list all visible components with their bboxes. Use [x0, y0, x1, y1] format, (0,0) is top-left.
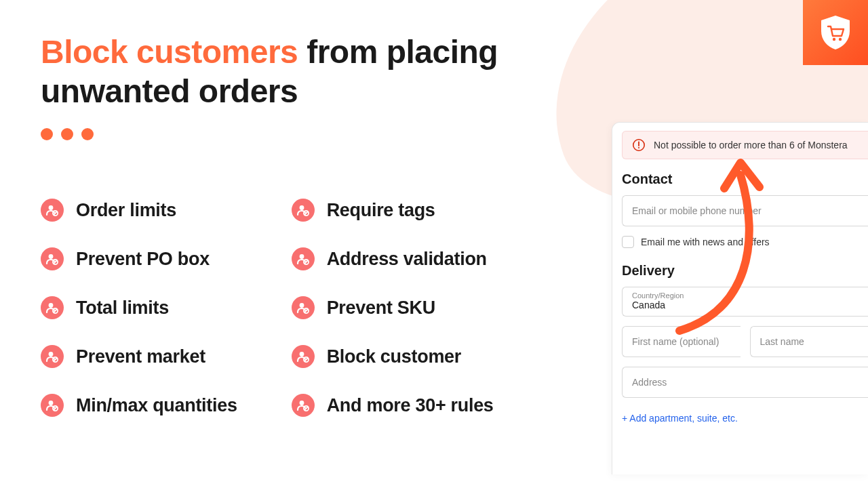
user-block-icon	[296, 203, 310, 217]
svg-point-2	[49, 205, 54, 210]
svg-point-17	[299, 205, 304, 210]
svg-point-5	[49, 254, 54, 259]
feature-icon	[41, 296, 64, 319]
feature-icon	[292, 345, 315, 368]
dot-icon	[61, 128, 73, 140]
feature-label: And more 30+ rules	[327, 395, 494, 416]
feature-item: Prevent SKU	[292, 296, 494, 319]
feature-item: Prevent PO box	[41, 247, 237, 270]
feature-label: Require tags	[327, 200, 435, 221]
headline-accent: Block customers	[41, 34, 298, 70]
feature-label: Order limits	[76, 200, 176, 221]
divider-dots	[41, 128, 583, 140]
user-block-icon	[45, 301, 59, 314]
feature-icon	[41, 199, 64, 222]
feature-label: Prevent SKU	[327, 298, 435, 319]
feature-label: Prevent PO box	[76, 249, 210, 270]
svg-point-29	[299, 401, 304, 405]
svg-point-0	[833, 38, 835, 41]
error-text: Not possible to order more than 6 of Mon…	[654, 140, 848, 150]
feature-item: Total limits	[41, 296, 237, 319]
svg-point-34	[638, 147, 639, 148]
country-value: Canada	[632, 300, 665, 310]
feature-item: And more 30+ rules	[292, 394, 494, 417]
user-block-icon	[296, 399, 310, 412]
alert-circle-icon	[632, 138, 646, 152]
feature-label: Min/max quantities	[76, 395, 237, 416]
dot-icon	[81, 128, 94, 140]
svg-point-1	[839, 38, 842, 41]
svg-point-23	[299, 303, 304, 308]
user-block-icon	[296, 350, 310, 363]
feature-label: Address validation	[327, 249, 487, 270]
feature-icon	[41, 345, 64, 368]
email-field[interactable]: Email or mobile phone number	[622, 195, 868, 226]
add-apartment-link[interactable]: + Add apartment, suite, etc.	[622, 407, 868, 424]
svg-point-11	[49, 352, 54, 357]
address-field[interactable]: Address	[622, 367, 868, 398]
country-label: Country/Region	[632, 291, 859, 300]
feature-icon	[292, 394, 315, 417]
error-banner: Not possible to order more than 6 of Mon…	[622, 131, 868, 159]
user-block-icon	[296, 301, 310, 314]
feature-label: Total limits	[76, 298, 169, 319]
news-checkbox-row[interactable]: Email me with news and offers	[622, 236, 868, 248]
checkbox-icon[interactable]	[622, 236, 634, 248]
svg-point-14	[49, 401, 54, 405]
feature-item: Prevent market	[41, 345, 237, 368]
contact-heading: Contact	[622, 171, 868, 187]
svg-point-8	[49, 303, 54, 308]
user-block-icon	[296, 252, 310, 266]
user-block-icon	[45, 350, 59, 363]
user-block-icon	[45, 399, 59, 412]
svg-point-20	[299, 254, 304, 259]
feature-icon	[41, 247, 64, 270]
feature-item: Order limits	[41, 199, 237, 222]
feature-item: Address validation	[292, 247, 494, 270]
shield-cart-icon	[816, 13, 855, 52]
delivery-heading: Delivery	[622, 263, 868, 279]
feature-label: Block customer	[327, 346, 461, 367]
dot-icon	[41, 128, 53, 140]
app-logo-badge	[803, 0, 868, 65]
user-block-icon	[45, 252, 59, 266]
feature-label: Prevent market	[76, 346, 205, 367]
feature-icon	[41, 394, 64, 417]
feature-icon	[292, 296, 315, 319]
page-headline: Block customers from placing unwanted or…	[41, 33, 583, 110]
feature-item: Require tags	[292, 199, 494, 222]
feature-icon	[292, 199, 315, 222]
feature-item: Block customer	[292, 345, 494, 368]
user-block-icon	[45, 203, 59, 217]
feature-item: Min/max quantities	[41, 394, 237, 417]
feature-icon	[292, 247, 315, 270]
feature-list: Order limitsPrevent PO boxTotal limitsPr…	[41, 199, 583, 417]
last-name-field[interactable]: Last name	[750, 326, 869, 357]
svg-point-26	[299, 352, 304, 357]
news-label: Email me with news and offers	[641, 237, 770, 247]
country-field[interactable]: Country/Region Canada	[622, 287, 868, 317]
first-name-field[interactable]: First name (optional)	[622, 326, 741, 357]
checkout-preview-panel: Not possible to order more than 6 of Mon…	[612, 122, 868, 474]
